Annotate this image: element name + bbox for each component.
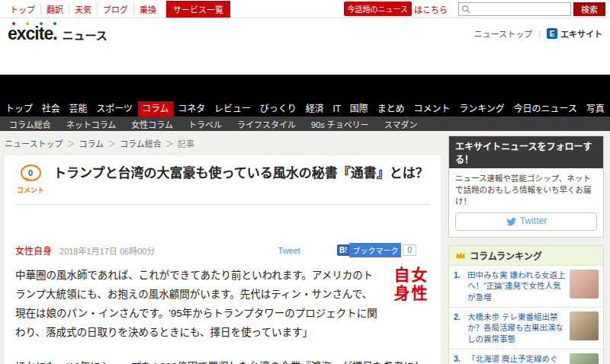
breadcrumb: ニューストップ ＞ コラム ＞ コラム総合 ＞ 記事 bbox=[5, 137, 441, 149]
nav-item-ranking[interactable]: ランキング bbox=[455, 101, 509, 117]
twitter-follow-button[interactable]: Twitter bbox=[455, 212, 597, 231]
article-paragraph: 中華圏の風水師であれば、これができてあたり前といわれます。アメリカのトランプ大統… bbox=[15, 267, 430, 343]
ranking-header: コラムランキング bbox=[449, 246, 603, 266]
article-paragraph: ほかにも、'16年にシャープを4,000億円で買収した台湾の企業『鴻海』が擇日を… bbox=[15, 358, 430, 364]
logo-wordmark: excite. bbox=[8, 24, 57, 44]
follow-box-body: ニュース速報や芸能ゴシップ、ネットで話題のおもしろ情報をいち早くお届け！ Twi… bbox=[449, 168, 603, 237]
nav-item-review[interactable]: レビュー bbox=[210, 101, 255, 117]
hatena-bookmark-button[interactable]: B! ブックマーク 0 bbox=[337, 243, 416, 257]
topbar-link-blog[interactable]: ブログ bbox=[97, 3, 133, 15]
ranking-thumbnail bbox=[570, 353, 599, 364]
nav-item-matome[interactable]: まとめ bbox=[374, 101, 409, 117]
hatena-b-icon: B! bbox=[337, 244, 350, 256]
twitter-bird-icon bbox=[506, 217, 516, 226]
site-header: excite. ニュース ニューストップ | E エキサイト bbox=[0, 18, 610, 49]
rank-number: 2. bbox=[454, 311, 464, 323]
ranking-item-text: 田中みな実 嫌われる女返上へ！“正論”連発で女性人気が急増 bbox=[467, 270, 567, 303]
follow-box-title: エキサイトニュースをフォローする！ bbox=[449, 136, 603, 168]
topbar-link-weather[interactable]: 天気 bbox=[69, 3, 97, 15]
ranking-item-text: 「北海道 廃止予定線めぐり」に「東日本快速乗りまくり」、鉄オタの賢人が継... bbox=[467, 353, 567, 364]
nav-item-koneta[interactable]: コネタ bbox=[174, 101, 209, 117]
logo-dot-icon bbox=[53, 22, 56, 25]
comment-bubble-icon: 0 bbox=[21, 164, 41, 181]
excite-news-logo[interactable]: excite. ニュース bbox=[8, 24, 108, 44]
article-card: 0 コメント トランプと台湾の大富豪も使っている風水の秘書『通書』とは？ 女性自… bbox=[5, 155, 441, 364]
breadcrumb-news-top[interactable]: ニューストップ bbox=[5, 137, 63, 149]
main-column: ニューストップ ＞ コラム ＞ コラム総合 ＞ 記事 0 コメント トランプと台… bbox=[5, 136, 441, 364]
logo-dot-icon bbox=[26, 22, 29, 25]
article-title-row: 0 コメント トランプと台湾の大富豪も使っている風水の秘書『通書』とは？ bbox=[15, 163, 430, 195]
source-link[interactable]: 女性自身 bbox=[15, 244, 52, 257]
ranking-item-text: 大橋未歩 テレ東番組出禁か？各局活躍も古巣出演なしの異常事態 bbox=[467, 311, 567, 345]
nav-item-column[interactable]: コラム bbox=[138, 101, 173, 117]
subnav-item-lifestyle[interactable]: ライフスタイル bbox=[230, 118, 303, 130]
ranking-item-2[interactable]: 2. 大橋未歩 テレ東番組出禁か？各局活躍も古巣出演なしの異常事態 bbox=[449, 308, 603, 350]
nav-item-society[interactable]: 社会 bbox=[38, 101, 64, 117]
logo-news-label: ニュース bbox=[63, 27, 108, 43]
search-button[interactable]: 検索 bbox=[573, 2, 605, 16]
breadcrumb-column[interactable]: コラム bbox=[79, 137, 104, 149]
search-input[interactable] bbox=[458, 2, 571, 16]
bookmark-count: 0 bbox=[403, 244, 416, 256]
news-top-link[interactable]: ニューストップ bbox=[474, 27, 532, 40]
header-links: ニューストップ | E エキサイト bbox=[474, 27, 602, 40]
topbar-link-translate[interactable]: 翻訳 bbox=[40, 3, 69, 15]
comment-indicator[interactable]: 0 コメント bbox=[15, 163, 46, 195]
follow-box: エキサイトニュースをフォローする！ ニュース速報や芸能ゴシップ、ネットで話題のお… bbox=[448, 136, 604, 238]
subnav-item-travel[interactable]: トラベル bbox=[181, 118, 230, 130]
ranking-thumbnail bbox=[570, 270, 599, 299]
trending-news-badge: 今話題のニュース bbox=[344, 2, 413, 16]
comment-label: コメント bbox=[15, 185, 46, 195]
nav-item-photo[interactable]: 写真 bbox=[583, 101, 608, 117]
breadcrumb-column-general[interactable]: コラム総合 bbox=[120, 137, 162, 149]
sidebar: エキサイトニュースをフォローする！ ニュース速報や芸能ゴシップ、ネットで話題のお… bbox=[448, 136, 604, 364]
page-title: トランプと台湾の大富豪も使っている風水の秘書『通書』とは？ bbox=[53, 163, 429, 195]
ranking-item-3[interactable]: 3. 「北海道 廃止予定線めぐり」に「東日本快速乗りまくり」、鉄オタの賢人が継.… bbox=[449, 350, 603, 364]
topbar-link-transit[interactable]: 乗換 bbox=[133, 3, 162, 15]
rank-number: 1. bbox=[454, 270, 464, 281]
tweet-button[interactable]: Tweet bbox=[278, 246, 300, 255]
content-area: ニューストップ ＞ コラム ＞ コラム総合 ＞ 記事 0 コメント トランプと台… bbox=[0, 131, 610, 364]
subnav-item-sumadan[interactable]: スマダン bbox=[377, 118, 425, 130]
breadcrumb-separator: ＞ bbox=[165, 137, 174, 149]
follow-box-description: ニュース速報や芸能ゴシップ、ネットで話題のおもしろ情報をいち早くお届け！ bbox=[455, 173, 597, 208]
subnav-item-womens-column[interactable]: 女性コラム bbox=[124, 118, 181, 130]
nav-item-world[interactable]: 国際 bbox=[346, 101, 372, 117]
search-field-wrap bbox=[458, 2, 571, 16]
service-list-button[interactable]: サービス一覧 bbox=[166, 1, 230, 18]
excite-home-link[interactable]: E エキサイト bbox=[547, 27, 602, 40]
subnav-item-90s[interactable]: 90s チョベリー bbox=[303, 118, 377, 130]
ranking-list: 1. 田中みな実 嫌われる女返上へ！“正論”連発で女性人気が急増 2. 大橋未歩… bbox=[449, 266, 603, 364]
twitter-button-label: Twitter bbox=[520, 215, 547, 228]
article-ad-spacer bbox=[15, 205, 430, 243]
article-meta-row: 女性自身 2018年1月17日 06時00分 Tweet B! ブックマーク 0 bbox=[15, 243, 430, 257]
nav-item-todays-news[interactable]: 今日のニュース bbox=[510, 101, 581, 117]
subnav-item-column-general[interactable]: コラム総合 bbox=[2, 118, 59, 130]
nav-item-economy[interactable]: 経済 bbox=[302, 101, 328, 117]
subnav-item-net-column[interactable]: ネットコラム bbox=[59, 118, 124, 130]
ranking-item-1[interactable]: 1. 田中みな実 嫌われる女返上へ！“正論”連発で女性人気が急増 bbox=[449, 266, 603, 308]
sub-navigation: コラム総合 ネットコラム 女性コラム トラベル ライフスタイル 90s チョベリ… bbox=[0, 117, 610, 131]
nav-item-comment[interactable]: コメント bbox=[409, 101, 454, 117]
nav-item-entertainment[interactable]: 芸能 bbox=[66, 101, 92, 117]
topbar-link-top[interactable]: トップ bbox=[5, 3, 40, 15]
trending-news-link[interactable]: 今話題のニュース はこちら bbox=[344, 2, 448, 16]
nav-item-sports[interactable]: スポーツ bbox=[92, 101, 136, 117]
crown-icon bbox=[455, 251, 466, 260]
nav-item-top[interactable]: トップ bbox=[2, 101, 37, 117]
breadcrumb-article: 記事 bbox=[178, 137, 194, 149]
breadcrumb-separator: ＞ bbox=[108, 137, 116, 149]
excite-e-icon: E bbox=[547, 28, 557, 39]
trending-news-suffix: はこちら bbox=[414, 3, 448, 15]
top-utility-bar: トップ 翻訳 天気 ブログ 乗換 サービス一覧 今話題のニュース はこちら 検索 bbox=[0, 0, 610, 18]
bookmark-label: ブックマーク bbox=[349, 243, 401, 257]
comment-count: 0 bbox=[28, 168, 33, 177]
nav-item-bikkuri[interactable]: びっくり bbox=[256, 101, 300, 117]
ad-placeholder bbox=[0, 75, 610, 101]
divider: | bbox=[538, 29, 541, 38]
rank-number: 3. bbox=[454, 353, 464, 364]
search-icon bbox=[461, 5, 470, 14]
logo-dot-icon bbox=[40, 22, 43, 25]
main-navigation: トップ 社会 芸能 スポーツ コラム コネタ レビュー びっくり 経済 IT 国… bbox=[0, 101, 610, 117]
nav-item-it[interactable]: IT bbox=[329, 101, 345, 117]
